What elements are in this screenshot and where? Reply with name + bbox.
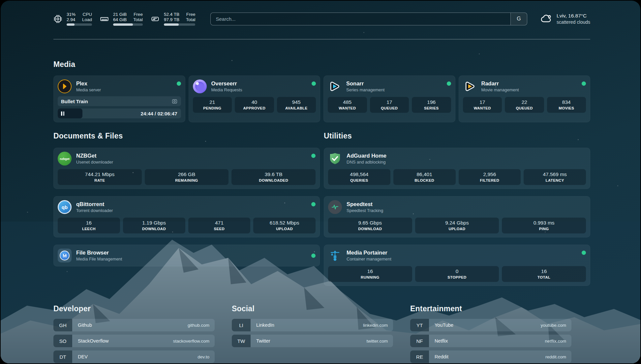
stat-total: 16 TOTAL: [502, 266, 586, 282]
nzbget-icon: nzbget: [58, 152, 72, 166]
stat-value: 9.65 Gbps: [329, 220, 411, 226]
cpu-label-1: CPU: [82, 12, 92, 17]
stat-value: 39.6 TB: [233, 171, 314, 177]
disk-progress-fill: [164, 23, 179, 26]
stat-label: DOWNLOADED: [233, 178, 314, 182]
bookmark-name: Github: [72, 319, 188, 331]
bookmark-url: dev.to: [198, 350, 215, 363]
snow-specks: [1, 1, 2, 2]
service-card-plex[interactable]: Plex Media server Bullet Train 24:44 / 0…: [53, 76, 185, 122]
weather-widget: Lviv, 16.87°C scattered clouds: [540, 13, 590, 25]
service-name: Overseerr: [211, 80, 307, 87]
bookmark-url: stackoverflow.com: [173, 335, 215, 347]
stat-value: 47.569 ms: [525, 171, 585, 177]
pause-icon[interactable]: [61, 111, 64, 116]
now-playing-row: Bullet Train: [58, 96, 181, 106]
service-card-portainer[interactable]: Media Portainer Container management 16 …: [324, 245, 590, 286]
playback-elapsed-fill: [58, 108, 82, 118]
stat-value: 0: [416, 268, 498, 274]
bookmark-abbr: DT: [53, 350, 72, 363]
service-card-radarr[interactable]: Radarr Movie management 17 WANTED 22 QUE…: [459, 76, 591, 122]
service-card-adguard[interactable]: AdGuard Home DNS and adblocking 498,564 …: [324, 148, 590, 189]
radarr-icon: [463, 79, 477, 93]
qbittorrent-icon-text: qb: [62, 204, 68, 210]
service-subtitle: Speedtest Tracking: [347, 208, 586, 213]
stat-label: WANTED: [464, 106, 501, 110]
memory-icon: [100, 15, 109, 23]
service-card-nzbget[interactable]: nzbget NZBGet Usenet downloader 744.21 M…: [53, 148, 320, 189]
cpu-load-value: 2.94: [67, 17, 76, 22]
service-name: Media Portainer: [347, 250, 577, 256]
service-name: File Browser: [76, 250, 307, 256]
bookmark-url: linkedin.com: [363, 319, 393, 331]
stat-series: 196 SERIES: [412, 97, 451, 113]
stat-value: 21: [194, 99, 231, 105]
section-title-social: Social: [232, 304, 393, 313]
stat-download: 9.65 Gbps DOWNLOAD: [328, 218, 412, 233]
cpu-progress-fill: [67, 23, 75, 26]
service-card-overseerr[interactable]: Overseerr Media Requests 21 PENDING 40 A…: [189, 76, 320, 122]
bookmark-reddit[interactable]: RE Reddit reddit.com: [410, 350, 571, 363]
cpu-label-2: Load: [82, 17, 92, 22]
cloud-icon: [540, 13, 552, 25]
stat-value: 485: [329, 99, 366, 105]
status-dot-online: [582, 251, 586, 255]
bookmark-group-social: Social LI LinkedIn linkedin.com TW Twitt…: [232, 304, 393, 363]
memory-label-2: Total: [133, 17, 143, 22]
stat-value: 0.993 ms: [503, 220, 585, 226]
service-name: Plex: [76, 80, 172, 87]
cpu-progress-track: [67, 23, 92, 26]
bookmark-dev[interactable]: DT DEV dev.to: [53, 350, 215, 363]
status-dot-online: [312, 81, 316, 86]
service-card-sonarr[interactable]: Sonarr Series management 485 WANTED 17 Q…: [323, 76, 455, 122]
status-dot-online: [311, 154, 316, 158]
memory-progress-fill: [113, 23, 133, 26]
status-dot-online: [311, 254, 316, 258]
search-input[interactable]: [211, 13, 510, 25]
bookmark-github[interactable]: GH Github github.com: [53, 319, 215, 331]
cpu-usage-value: 31%: [67, 12, 76, 17]
service-name: AdGuard Home: [347, 153, 586, 159]
bookmark-abbr: LI: [232, 319, 251, 331]
status-dot-online: [177, 81, 181, 86]
stat-wanted: 485 WANTED: [328, 97, 367, 113]
search-bar[interactable]: G: [210, 13, 527, 25]
bookmark-youtube[interactable]: YT YouTube youtube.com: [410, 319, 571, 331]
bookmark-name: Netflix: [429, 335, 545, 347]
stat-label: DOWNLOAD: [329, 227, 411, 231]
disk-icon: [151, 15, 160, 23]
stat-queued: 17 QUEUED: [370, 97, 409, 113]
bookmark-stackoverflow[interactable]: SO StackOverflow stackoverflow.com: [53, 335, 215, 347]
bookmark-twitter[interactable]: TW Twitter twitter.com: [232, 335, 393, 347]
memory-widget: 21 GiB Free 64 GiB Total: [100, 12, 143, 26]
cpu-icon: [53, 15, 62, 23]
bookmark-name: YouTube: [429, 319, 541, 331]
bookmark-linkedin[interactable]: LI LinkedIn linkedin.com: [232, 319, 393, 331]
stat-stopped: 0 STOPPED: [415, 266, 499, 282]
section-title-entertainment: Entertainment: [410, 304, 571, 313]
search-provider-button[interactable]: G: [510, 13, 527, 25]
service-subtitle: Media File Management: [76, 257, 307, 261]
bookmark-abbr: SO: [53, 335, 72, 347]
stat-pending: 21 PENDING: [193, 97, 232, 113]
bookmark-name: StackOverflow: [72, 335, 173, 347]
service-card-qbittorrent[interactable]: qb qBittorrent Torrent downloader 16 LEE…: [53, 196, 320, 237]
stat-label: QUEUED: [506, 106, 543, 110]
bookmark-netflix[interactable]: NF Netflix netflix.com: [410, 335, 571, 347]
service-card-filebrowser[interactable]: File Browser Media File Management: [53, 245, 320, 266]
stat-value: 16: [503, 268, 585, 274]
stat-label: REMAINING: [146, 178, 228, 182]
stat-queued: 22 QUEUED: [505, 97, 544, 113]
bookmark-name: LinkedIn: [251, 319, 363, 331]
bookmark-abbr: GH: [53, 319, 72, 331]
bookmark-group-developer: Developer GH Github github.com SO StackO…: [53, 304, 215, 363]
memory-total-value: 64 GiB: [113, 17, 127, 22]
stat-value: 196: [413, 99, 450, 105]
disk-progress-track: [164, 23, 196, 26]
stat-value: 16: [329, 268, 411, 274]
service-card-speedtest[interactable]: Speedtest Speedtest Tracking 9.65 Gbps D…: [324, 196, 590, 237]
stat-label: UPLOAD: [255, 227, 314, 231]
status-dot-online: [447, 81, 451, 86]
status-dot-online: [582, 81, 586, 86]
stat-latency: 47.569 ms LATENCY: [524, 169, 586, 185]
